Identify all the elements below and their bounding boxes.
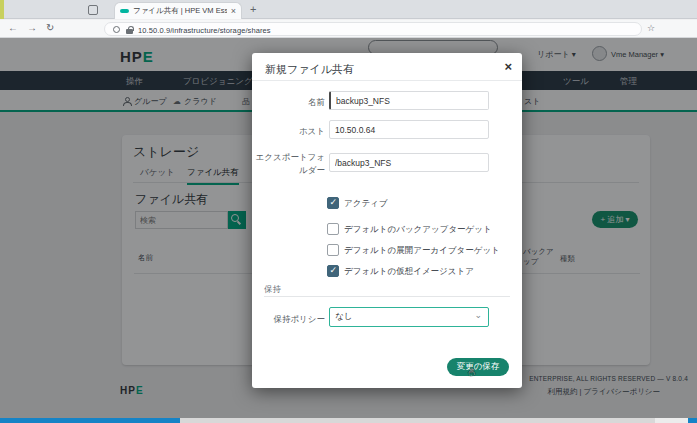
lock-icon[interactable] xyxy=(126,26,133,34)
default-backup-target-label: デフォルトのバックアップターゲット xyxy=(344,224,492,236)
export-folder-field[interactable] xyxy=(329,153,489,172)
browser-tab-bar: ファイル共有 | HPE VM Essentials × + xyxy=(0,0,697,19)
default-image-store-label: デフォルトの仮想イメージストア xyxy=(344,266,474,278)
host-field[interactable] xyxy=(329,120,489,139)
host-label: ホスト xyxy=(252,125,325,138)
new-tab-button[interactable]: + xyxy=(250,3,256,15)
divider xyxy=(264,296,510,297)
retention-section-title: 保持 xyxy=(264,284,281,296)
active-checkbox-label: アクティブ xyxy=(344,198,388,210)
forward-button[interactable]: → xyxy=(27,22,37,33)
hpe-favicon-icon xyxy=(120,9,129,13)
retention-policy-select[interactable]: なし ⌄ xyxy=(329,307,489,327)
save-button[interactable]: 変更の保存 xyxy=(447,358,509,376)
site-info-icon[interactable] xyxy=(113,26,120,33)
tab-close-icon[interactable]: × xyxy=(231,7,236,16)
taskbar-segment xyxy=(0,418,180,423)
chevron-down-icon: ⌄ xyxy=(474,310,482,320)
favorite-star-icon[interactable]: ☆ xyxy=(647,23,655,33)
modal-close-icon[interactable]: × xyxy=(504,59,512,74)
new-file-share-modal: 新規ファイル共有 × 名前 ホスト エクスポートフォルダー アクティブ デフォル… xyxy=(252,53,522,388)
tab-actions-icon[interactable] xyxy=(88,5,98,15)
name-field[interactable] xyxy=(329,91,489,110)
default-archive-target-label: デフォルトの展開アーカイブターゲット xyxy=(344,245,500,257)
name-label: 名前 xyxy=(252,96,325,109)
back-button[interactable]: ← xyxy=(8,22,18,33)
default-archive-target-checkbox[interactable] xyxy=(327,244,339,256)
refresh-button[interactable]: ↻ xyxy=(46,22,54,33)
divider xyxy=(252,80,522,81)
browser-address-bar: ← → ↻ 10.50.0.9/infrastructure/storage/s… xyxy=(0,20,697,38)
taskbar-segment xyxy=(688,418,697,423)
taskbar-segment xyxy=(655,418,688,423)
browser-tab[interactable]: ファイル共有 | HPE VM Essentials × xyxy=(114,2,242,19)
window-edge xyxy=(0,0,4,19)
default-backup-target-checkbox[interactable] xyxy=(327,223,339,235)
default-image-store-checkbox[interactable] xyxy=(327,265,339,277)
retention-policy-label: 保持ポリシー xyxy=(252,313,325,326)
modal-title: 新規ファイル共有 xyxy=(265,62,354,77)
retention-policy-value: なし xyxy=(335,311,352,321)
tab-title: ファイル共有 | HPE VM Essentials xyxy=(133,6,227,16)
active-checkbox[interactable] xyxy=(327,197,339,209)
export-folder-label: エクスポートフォルダー xyxy=(252,151,325,177)
url-text: 10.50.0.9/infrastructure/storage/shares xyxy=(138,26,271,35)
url-input[interactable]: 10.50.0.9/infrastructure/storage/shares xyxy=(104,22,642,36)
screen: ファイル共有 | HPE VM Essentials × + ← → ↻ 10.… xyxy=(0,0,697,423)
taskbar xyxy=(0,418,697,423)
